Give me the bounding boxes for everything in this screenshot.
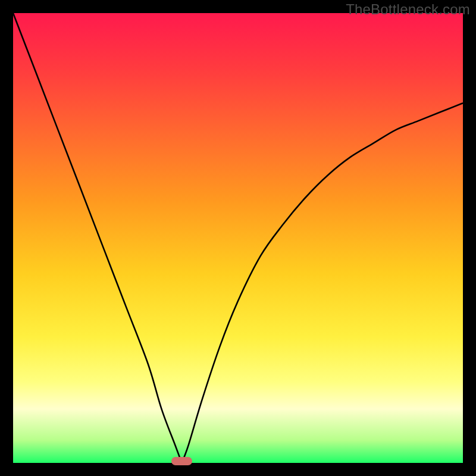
curve-left-branch <box>13 13 182 463</box>
bottleneck-curve <box>13 13 463 463</box>
curve-right-branch <box>182 103 464 463</box>
bottleneck-marker <box>171 457 192 465</box>
watermark-text: TheBottleneck.com <box>346 1 470 18</box>
